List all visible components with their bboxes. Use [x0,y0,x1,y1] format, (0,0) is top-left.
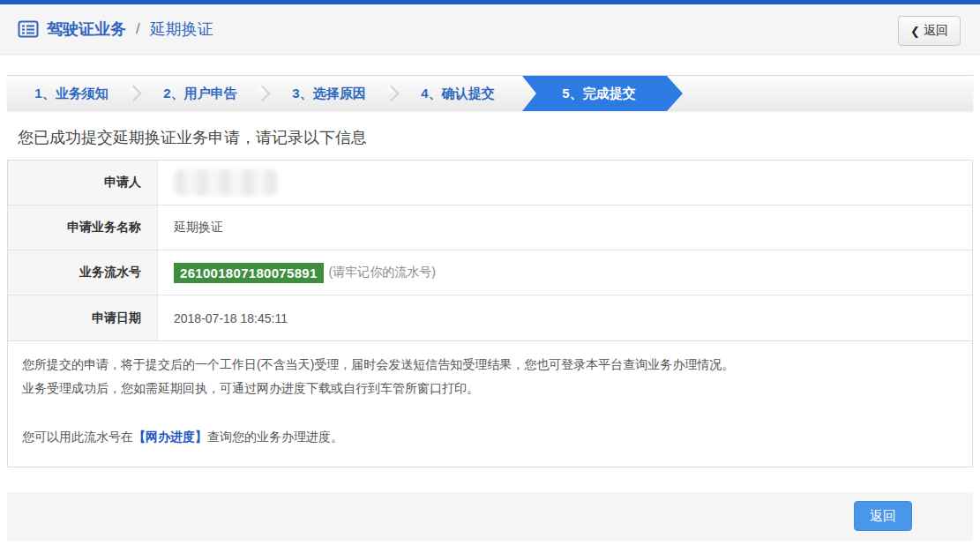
application-info-table: 申请人 申请业务名称 延期换证 业务流水号 261001807180075891… [7,160,973,341]
redacted-applicant-name [174,169,278,196]
row-label: 申请人 [8,161,158,205]
row-label: 申请业务名称 [8,206,158,250]
row-value: 261001807180075891 (请牢记你的流水号) [158,250,972,295]
row-label: 申请日期 [8,295,158,340]
chevron-left-icon: ❮ [910,25,920,38]
note-line-2: 业务受理成功后，您如需延期回执，可通过网办进度下载或自行到车管所窗口打印。 [22,377,958,400]
step-4-label: 4、确认提交 [421,86,494,102]
step-1-service-notice[interactable]: 1、业务须知 [7,76,136,111]
row-label: 业务流水号 [8,250,158,295]
step-5-label: 5、完成提交 [562,86,635,102]
progress-line: 您可以用此流水号在【网办进度】查询您的业务办理进度。 [22,425,958,449]
step-1-label: 1、业务须知 [34,86,108,102]
page-header: 驾驶证业务 / 延期换证 ❮ 返回 [0,4,980,55]
back-button-top-label: 返回 [924,23,948,39]
row-value [158,161,972,205]
table-row-service-name: 申请业务名称 延期换证 [8,206,972,250]
back-button-top[interactable]: ❮ 返回 [898,16,961,46]
step-2-label: 2、用户申告 [163,86,236,102]
breadcrumb: 驾驶证业务 / 延期换证 [18,19,213,40]
page-title-category: 驾驶证业务 [47,19,126,40]
step-2-user-declaration[interactable]: 2、用户申告 [136,76,265,111]
online-progress-link[interactable]: 【网办进度】 [133,430,207,444]
breadcrumb-separator: / [136,20,140,38]
note-line-1: 您所提交的申请，将于提交后的一个工作日(不含当天)受理，届时会发送短信告知受理结… [22,353,958,377]
notes-spacer [22,401,958,425]
back-button-bottom[interactable]: 返回 [854,501,912,531]
footer-bar: 返回 [7,492,973,541]
page-title-service: 延期换证 [150,19,213,40]
notes-panel: 您所提交的申请，将于提交后的一个工作日(不含当天)受理，届时会发送短信告知受理结… [7,340,973,467]
row-value: 延期换证 [158,206,972,250]
wizard-step-bar: 1、业务须知 2、用户申告 3、选择原因 4、确认提交 5、完成提交 [7,75,973,111]
table-row-apply-date: 申请日期 2018-07-18 18:45:11 [8,295,972,340]
progress-line-prefix: 您可以用此流水号在 [22,430,133,444]
row-value: 2018-07-18 18:45:11 [158,295,972,340]
serial-number-badge: 261001807180075891 [174,263,324,283]
table-row-serial-number: 业务流水号 261001807180075891 (请牢记你的流水号) [8,250,972,295]
success-message: 您已成功提交延期换证业务申请，请记录以下信息 [18,127,980,148]
step-3-select-reason[interactable]: 3、选择原因 [265,76,393,111]
table-row-applicant: 申请人 [8,161,972,206]
progress-line-suffix: 查询您的业务办理进度。 [207,430,343,444]
step-4-confirm-submit[interactable]: 4、确认提交 [393,76,522,111]
step-5-complete-active[interactable]: 5、完成提交 [522,76,683,111]
list-icon [18,19,39,40]
serial-number-note: (请牢记你的流水号) [329,265,436,280]
step-3-label: 3、选择原因 [292,86,365,102]
